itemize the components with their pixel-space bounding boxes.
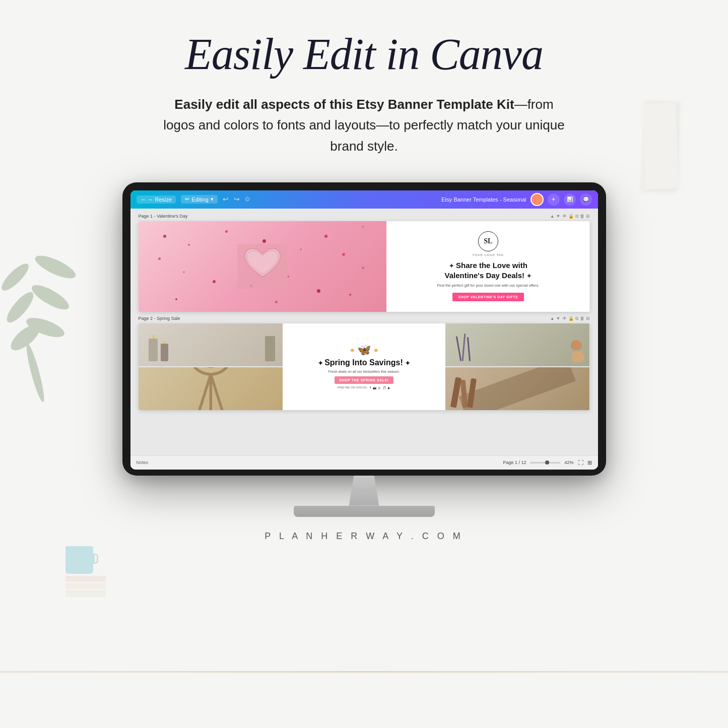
pinterest-icon: 𝕡 [378,386,380,389]
social-label: FIND ME ON SOCIAL: [338,386,368,389]
add-collaborator-button[interactable]: + [548,193,560,206]
spring-sparkle-left: ✦ [318,360,324,367]
floral-left-icon: ❋ [350,348,354,353]
page-title: Easily Edit in Canva [185,30,543,79]
page2-label: Page 2 - Spring Sale [139,316,180,321]
zoom-slider[interactable] [530,462,560,464]
spring-subtext: Fresh deals on all our bestsellers this … [328,370,400,373]
undo-button[interactable]: ↩ [223,195,229,204]
zoom-level: 42% [564,460,573,465]
spring-cta-button[interactable]: SHOP THE SPRING SALE! [335,376,394,384]
heading-line2: Valentine's Day Deals! [444,271,524,280]
present-button[interactable]: 💬 [580,193,592,206]
p2-arrow-up-icon[interactable]: ▲ [550,316,555,321]
notes-label[interactable]: Notes [137,460,149,465]
duplicate-icon[interactable]: ⧉ [575,214,578,219]
p2-arrow-down-icon[interactable]: ▼ [556,316,561,321]
pencil-icon: ✏ [185,196,189,203]
svg-point-8 [189,367,232,374]
spring-banner: ❋ 🦋 ❋ ✦ Spring Into Savings! ✦ Fresh dea [139,323,590,410]
resize-label: ↔ Resize [148,196,172,203]
valentine-subtext: Find the perfect gift for your loved one… [437,283,539,289]
spring-img-candles [139,323,283,366]
page1-section: Page 1 - Valentine's Day ▲ ▼ 👁 🔒 ⧉ 🗑 ⊞ [139,214,590,312]
lock-icon[interactable]: 🔒 [568,214,574,219]
facebook-icon: f [370,386,371,389]
monitor-stand-base [294,506,435,517]
page1-label: Page 1 - Valentine's Day [139,214,188,219]
bottom-page-info: Page 1 / 12 42% ⛶ ⊞ [503,459,591,466]
save-status-icon: ⊙ [245,195,250,203]
banner-content-section: SL YOUR LOGO TAG ✦ Share the Love with V… [386,221,589,312]
p2-eye-icon[interactable]: 👁 [562,316,567,321]
resize-button[interactable]: ↔ ↔ Resize [137,195,176,204]
delete-icon[interactable]: 🗑 [580,214,584,219]
butterfly-icon: 🦋 [357,344,371,357]
subtitle-bold: Easily edit all aspects of this Etsy Ban… [174,97,514,112]
valentines-banner: SL YOUR LOGO TAG ✦ Share the Love with V… [139,221,590,312]
page2-label-row: Page 2 - Spring Sale ▲ ▼ 👁 🔒 ⧉ 🗑 ⊞ [139,316,590,321]
page-counter: Page 1 / 12 [503,460,526,465]
spring-heading: ✦ Spring Into Savings! ✦ [318,358,410,367]
p2-more-icon[interactable]: ⊞ [586,316,590,321]
sparkle-right: ✦ [526,273,532,280]
canva-interface: ↔ ↔ Resize ✏ Editing ▾ ↩ ↪ ⊙ Etsy B [130,190,598,470]
toolbar-left-section: ↔ ↔ Resize ✏ Editing ▾ ↩ ↪ ⊙ [137,195,250,204]
canva-toolbar: ↔ ↔ Resize ✏ Editing ▾ ↩ ↪ ⊙ Etsy B [130,190,598,209]
spring-left-images [139,323,283,410]
toolbar-right-section: Etsy Banner Templates - Seasonal + 📊 💬 [441,193,592,206]
page-subtitle: Easily edit all aspects of this Etsy Ban… [158,94,571,157]
heading-line1: Share the Love with [456,261,527,270]
tiktok-icon: 🎵 [382,386,386,389]
more-icon[interactable]: ⊞ [586,214,590,219]
valentine-cta-button[interactable]: SHOP VALENTINE'S DAY GIFTS [452,293,524,301]
editing-button[interactable]: ✏ Editing ▾ [181,195,218,204]
document-title: Etsy Banner Templates - Seasonal [441,196,526,203]
valentine-heading: ✦ Share the Love with Valentine's Day De… [444,260,532,280]
arrow-up-icon[interactable]: ▲ [550,214,555,219]
redo-button[interactable]: ↪ [234,195,240,204]
monitor-stand-neck [339,476,389,506]
brand-tagline: YOUR LOGO TAG [472,253,504,256]
spring-right-images [445,323,590,410]
instagram-icon: 📷 [373,386,376,389]
p2-duplicate-icon[interactable]: ⧉ [575,316,578,321]
brand-initials: SL [484,237,492,245]
monitor-mockup: ↔ ↔ Resize ✏ Editing ▾ ↩ ↪ ⊙ Etsy B [122,182,606,517]
eye-icon[interactable]: 👁 [562,214,567,219]
p2-delete-icon[interactable]: 🗑 [580,316,584,321]
resize-icon: ↔ [141,196,146,203]
chevron-down-icon: ▾ [211,196,214,203]
sparkle-left: ✦ [449,262,454,270]
fit-view-icon[interactable]: ⛶ [578,459,583,466]
monitor-screen-outer: ↔ ↔ Resize ✏ Editing ▾ ↩ ↪ ⊙ Etsy B [122,182,606,476]
editing-label: Editing [191,196,209,203]
floral-right-icon: ❋ [374,348,378,353]
spring-sparkle-right: ✦ [405,360,410,367]
page2-section: Page 2 - Spring Sale ▲ ▼ 👁 🔒 ⧉ 🗑 ⊞ [139,316,590,410]
spring-img-wooden [445,367,590,410]
share-button[interactable]: 📊 [564,193,576,206]
page1-label-row: Page 1 - Valentine's Day ▲ ▼ 👁 🔒 ⧉ 🗑 ⊞ [139,214,590,219]
grid-view-icon[interactable]: ⊞ [587,459,592,466]
svg-line-11 [211,374,232,410]
banner-image-section [139,221,387,312]
svg-line-10 [189,374,211,410]
brand-logo-circle: SL [478,231,498,251]
website-url: P L A N H E R W A Y . C O M [264,531,463,542]
spring-heading-text: Spring Into Savings! [324,358,403,367]
social-icons-row: FIND ME ON SOCIAL: f 📷 𝕡 🎵 ▶ [338,386,391,389]
p2-lock-icon[interactable]: 🔒 [568,316,574,321]
spring-center-content: ❋ 🦋 ❋ ✦ Spring Into Savings! ✦ Fresh dea [283,323,445,410]
canvas-area: Page 1 - Valentine's Day ▲ ▼ 👁 🔒 ⧉ 🗑 ⊞ [130,209,598,455]
canva-bottom-bar: Notes Page 1 / 12 42% ⛶ ⊞ [130,455,598,470]
arrow-down-icon[interactable]: ▼ [556,214,561,219]
user-avatar [531,193,544,206]
page2-actions: ▲ ▼ 👁 🔒 ⧉ 🗑 ⊞ [550,316,590,321]
page1-actions: ▲ ▼ 👁 🔒 ⧉ 🗑 ⊞ [550,214,590,219]
spring-img-macrame [139,367,283,410]
spring-img-lavender [445,323,590,366]
heart-image [235,241,290,292]
youtube-icon: ▶ [388,386,390,389]
